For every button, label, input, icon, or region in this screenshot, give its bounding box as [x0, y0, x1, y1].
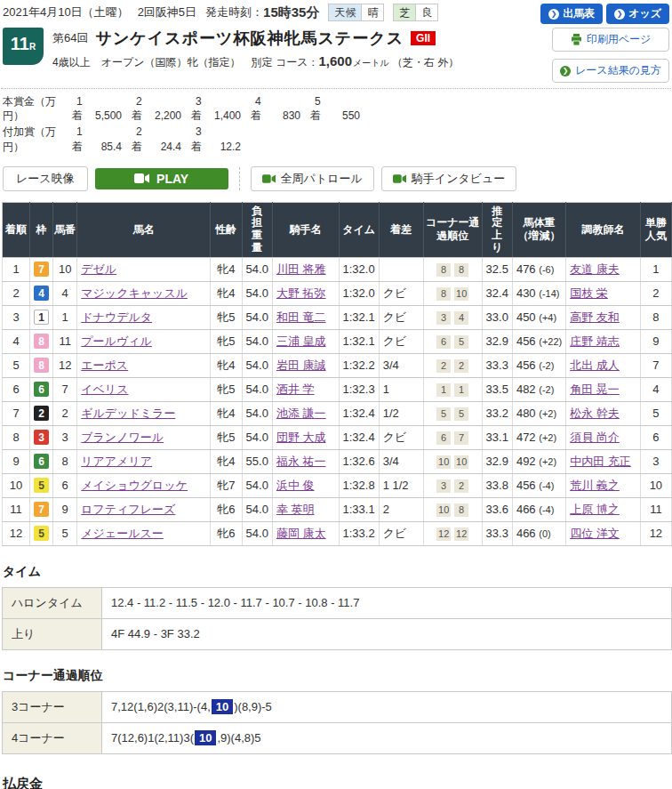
corner-position: 2 — [436, 359, 451, 373]
corner-order-cell: 65 — [423, 329, 482, 353]
horse-link[interactable]: エーポス — [81, 358, 128, 372]
race-date-line: 2021年4月10日（土曜） 2回阪神5日 発走時刻： 15時35分 天候 晴 … — [3, 4, 438, 21]
time-cell: 1:32.4 — [339, 425, 379, 449]
horse-link[interactable]: ドナウデルタ — [81, 310, 152, 324]
entry-table-button[interactable]: ❯ 出馬表 — [540, 4, 603, 24]
column-header: 調教師名 — [566, 202, 641, 257]
trainer-link[interactable]: 角田 晃一 — [570, 382, 620, 396]
results-header-row: 着順枠馬番馬名性齢負担重量騎手名タイム着差コーナー通過順位推定上り馬体重（増減）… — [3, 202, 672, 257]
horse-link[interactable]: ブランノワール — [81, 431, 164, 444]
trainer-link[interactable]: 中内田 充正 — [570, 455, 631, 468]
frame-cell: 8 — [30, 353, 53, 377]
horse-name-cell: エーポス — [77, 353, 211, 377]
frame-badge: 5 — [34, 526, 49, 541]
horse-link[interactable]: ロフティフレーズ — [81, 503, 175, 516]
horse-weight-cell: 472 (+2) — [512, 425, 565, 449]
trainer-link[interactable]: 高野 友和 — [570, 310, 620, 324]
horse-number: 6 — [53, 473, 77, 497]
odds-button[interactable]: ❯ オッズ — [606, 4, 669, 24]
jockey-interview-button[interactable]: 騎手インタビュー — [381, 166, 517, 191]
trainer-link[interactable]: 北出 成人 — [570, 358, 620, 372]
jockey-link[interactable]: 浜中 俊 — [276, 479, 315, 492]
horse-link[interactable]: イベリス — [81, 382, 128, 396]
time-cell: 1:33.2 — [339, 521, 379, 545]
weight-change: (-6) — [539, 264, 554, 275]
course-detail: （芝・右 外） — [392, 56, 459, 68]
frame-cell: 5 — [30, 473, 53, 497]
trainer-link[interactable]: 上原 博之 — [570, 503, 620, 516]
trainer-link[interactable]: 須貝 尚介 — [570, 431, 620, 444]
trainer-link[interactable]: 荒川 義之 — [570, 479, 620, 492]
jockey-link[interactable]: 酒井 学 — [276, 382, 315, 396]
corner-row-value: 7,12(1,6)2(3,11)-(4,10)(8,9)-5 — [102, 691, 672, 722]
prize-amount: 2,200 — [142, 109, 181, 123]
corner-position: 1 — [454, 383, 468, 397]
jockey-link[interactable]: 大野 拓弥 — [276, 286, 326, 300]
course-distance: 1,600 — [318, 53, 352, 68]
jockey-link[interactable]: 福永 祐一 — [276, 455, 326, 468]
horse-link[interactable]: リアアメリア — [81, 455, 152, 468]
result-row: 4 8 11 プールヴィル 牝5 54.0 三浦 皇成 1:32.1 クビ 65… — [3, 329, 672, 353]
turf-chip: 芝 良 — [393, 4, 438, 21]
result-row: 3 1 1 ドナウデルタ 牝5 54.0 和田 竜二 1:32.1 クビ 34 … — [3, 305, 672, 329]
result-guide-button[interactable]: ❯ レース結果の見方 — [552, 59, 669, 83]
finish-position: 9 — [3, 449, 30, 473]
print-page-button[interactable]: 印刷用ページ — [552, 28, 669, 52]
patrol-video-button[interactable]: 全周パトロール — [251, 166, 374, 191]
weather-value: 晴 — [361, 4, 383, 20]
jockey-link[interactable]: 三浦 皇成 — [276, 334, 326, 348]
sex-age: 牝5 — [211, 377, 242, 401]
horse-link[interactable]: デゼル — [81, 262, 116, 276]
result-row: 8 3 3 ブランノワール 牝5 54.0 団野 大成 1:32.4 クビ 67… — [3, 425, 672, 449]
horse-name-cell: ブランノワール — [77, 425, 211, 449]
jockey-link[interactable]: 川田 将雅 — [276, 262, 326, 276]
jockey-link[interactable]: 団野 大成 — [276, 431, 326, 444]
trainer-link[interactable]: 国枝 栄 — [570, 286, 608, 300]
trainer-cell: 須貝 尚介 — [566, 425, 641, 449]
result-row: 6 6 7 イベリス 牝5 54.0 酒井 学 1:32.3 1 11 33.5… — [3, 377, 672, 401]
jockey-link[interactable]: 和田 竜二 — [276, 310, 326, 324]
horse-link[interactable]: メイショウグロッケ — [81, 479, 188, 492]
turf-label: 芝 — [394, 4, 415, 20]
jockey-link[interactable]: 池添 謙一 — [276, 407, 326, 420]
horse-number: 12 — [53, 353, 77, 377]
jockey-link[interactable]: 藤岡 康太 — [276, 527, 326, 540]
prize-amount: 830 — [261, 109, 300, 123]
meeting-info: 2回阪神5日 — [138, 4, 196, 20]
race-number: 11 — [11, 35, 29, 52]
trainer-link[interactable]: 庄野 靖志 — [570, 334, 620, 348]
prize-amount: 1,400 — [202, 109, 241, 123]
sex-age: 牝4 — [211, 401, 242, 425]
prize-rank: 1 — [72, 94, 132, 109]
play-button[interactable]: PLAY — [95, 168, 228, 189]
time-cell: 1:32.3 — [339, 377, 379, 401]
prize-rank: 3 — [191, 125, 251, 139]
sex-age: 牝5 — [211, 329, 242, 353]
sex-age: 牝5 — [211, 425, 242, 449]
weight-change: (-2) — [539, 384, 554, 395]
horse-link[interactable]: マジックキャッスル — [81, 286, 188, 300]
corner-position: 10 — [436, 455, 451, 469]
horse-weight-cell: 430 (-14) — [512, 281, 565, 305]
trainer-cell: 上原 博之 — [566, 497, 641, 521]
margin-cell: クビ — [379, 425, 423, 449]
trainer-link[interactable]: 四位 洋文 — [570, 527, 620, 540]
trainer-link[interactable]: 友道 康夫 — [570, 262, 620, 276]
jockey-link[interactable]: 岩田 康誠 — [276, 358, 326, 372]
time-table: ハロンタイム 12.4 - 11.2 - 11.5 - 12.0 - 11.7 … — [2, 587, 672, 650]
prize-amount: 550 — [321, 109, 360, 123]
entry-table-label: 出馬表 — [563, 6, 595, 21]
weight-change: (+22) — [539, 336, 562, 347]
prize-rank-suffix: 着 — [132, 109, 142, 123]
frame-cell: 8 — [30, 329, 53, 353]
horse-weight-cell: 456 (+22) — [512, 329, 565, 353]
jockey-cell: 浜中 俊 — [272, 473, 339, 497]
jockey-link[interactable]: 幸 英明 — [276, 503, 315, 516]
time-row-label: ハロンタイム — [3, 587, 102, 618]
horse-link[interactable]: プールヴィル — [81, 334, 152, 348]
horse-link[interactable]: ギルデッドミラー — [81, 407, 175, 420]
frame-badge: 8 — [34, 334, 49, 349]
horse-link[interactable]: メジェールスー — [81, 527, 164, 540]
trainer-link[interactable]: 松永 幹夫 — [570, 407, 620, 420]
top-bar: 2021年4月10日（土曜） 2回阪神5日 発走時刻： 15時35分 天候 晴 … — [1, 2, 671, 24]
